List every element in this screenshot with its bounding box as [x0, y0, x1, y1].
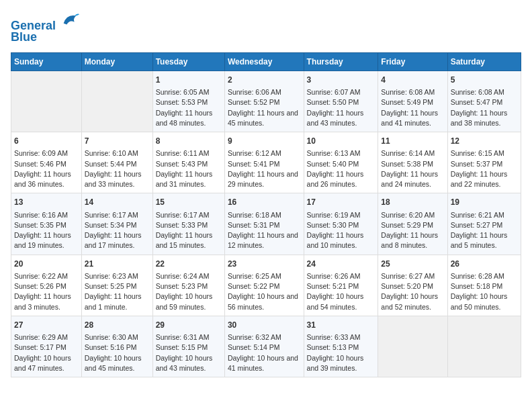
day-cell: 5Sunrise: 6:08 AMSunset: 5:47 PMDaylight… [447, 71, 521, 132]
day-number: 9 [228, 136, 301, 147]
header-row: SundayMondayTuesdayWednesdayThursdayFrid… [11, 52, 521, 71]
day-info: Sunset: 5:18 PM [451, 281, 518, 291]
day-cell: 23Sunrise: 6:25 AMSunset: 5:22 PMDayligh… [224, 255, 304, 316]
day-info: Sunrise: 6:05 AM [156, 87, 222, 97]
day-info: Daylight: 11 hours and 17 minutes. [85, 230, 150, 250]
day-info: Daylight: 10 hours and 45 minutes. [85, 353, 150, 373]
day-info: Sunset: 5:25 PM [85, 281, 150, 291]
day-info: Sunset: 5:13 PM [307, 342, 375, 353]
day-cell: 8Sunrise: 6:11 AMSunset: 5:43 PMDaylight… [152, 132, 224, 193]
day-info: Daylight: 10 hours and 50 minutes. [451, 291, 518, 312]
day-number: 15 [156, 197, 222, 208]
day-number: 4 [381, 75, 444, 86]
day-info: Daylight: 11 hours and 12 minutes. [228, 230, 301, 250]
day-info: Sunset: 5:49 PM [381, 97, 444, 107]
day-number: 10 [307, 136, 375, 147]
day-cell: 7Sunrise: 6:10 AMSunset: 5:44 PMDaylight… [81, 132, 152, 193]
day-number: 11 [381, 136, 444, 147]
day-info: Sunrise: 6:06 AM [228, 87, 301, 97]
day-cell: 1Sunrise: 6:05 AMSunset: 5:53 PMDaylight… [152, 71, 224, 132]
day-number: 18 [381, 197, 444, 208]
day-info: Sunrise: 6:07 AM [307, 87, 375, 97]
day-cell: 14Sunrise: 6:17 AMSunset: 5:34 PMDayligh… [81, 193, 152, 255]
day-info: Daylight: 11 hours and 41 minutes. [381, 108, 444, 128]
day-info: Sunset: 5:27 PM [451, 220, 518, 230]
day-number: 28 [85, 320, 150, 331]
day-cell [11, 71, 82, 132]
day-number: 29 [156, 320, 222, 331]
day-info: Daylight: 11 hours and 22 minutes. [451, 169, 518, 189]
day-info: Daylight: 10 hours and 59 minutes. [156, 291, 222, 312]
day-info: Sunset: 5:52 PM [228, 97, 301, 107]
day-info: Daylight: 10 hours and 56 minutes. [228, 291, 301, 312]
day-cell: 20Sunrise: 6:22 AMSunset: 5:26 PMDayligh… [11, 255, 82, 316]
day-cell: 17Sunrise: 6:19 AMSunset: 5:30 PMDayligh… [304, 193, 378, 255]
day-cell: 2Sunrise: 6:06 AMSunset: 5:52 PMDaylight… [224, 71, 304, 132]
day-cell [81, 71, 152, 132]
day-cell: 31Sunrise: 6:33 AMSunset: 5:13 PMDayligh… [304, 316, 378, 377]
day-info: Sunset: 5:53 PM [156, 97, 222, 107]
day-info: Daylight: 10 hours and 39 minutes. [307, 353, 375, 373]
day-info: Sunrise: 6:09 AM [14, 148, 79, 158]
day-number: 19 [451, 197, 518, 208]
day-number: 17 [307, 197, 375, 208]
day-number: 21 [85, 259, 150, 270]
day-info: Sunset: 5:46 PM [14, 159, 79, 169]
day-info: Sunrise: 6:18 AM [228, 210, 301, 220]
day-info: Sunset: 5:37 PM [451, 159, 518, 169]
day-info: Daylight: 11 hours and 31 minutes. [156, 169, 222, 189]
day-info: Sunrise: 6:22 AM [14, 271, 79, 281]
week-row-4: 20Sunrise: 6:22 AMSunset: 5:26 PMDayligh… [11, 255, 521, 316]
logo: General Blue [11, 11, 79, 44]
day-cell: 24Sunrise: 6:26 AMSunset: 5:21 PMDayligh… [304, 255, 378, 316]
day-info: Daylight: 11 hours and 48 minutes. [156, 108, 222, 128]
week-row-1: 1Sunrise: 6:05 AMSunset: 5:53 PMDaylight… [11, 71, 521, 132]
day-info: Sunrise: 6:15 AM [451, 148, 518, 158]
day-number: 22 [156, 259, 222, 270]
day-info: Sunset: 5:17 PM [14, 342, 79, 353]
day-number: 2 [228, 75, 301, 86]
day-info: Daylight: 11 hours and 38 minutes. [451, 108, 518, 128]
day-cell: 19Sunrise: 6:21 AMSunset: 5:27 PMDayligh… [447, 193, 521, 255]
col-header-tuesday: Tuesday [152, 52, 224, 71]
day-info: Daylight: 11 hours and 8 minutes. [381, 230, 444, 250]
day-info: Daylight: 10 hours and 54 minutes. [307, 291, 375, 312]
day-info: Sunrise: 6:33 AM [307, 332, 375, 342]
day-number: 13 [14, 197, 79, 208]
day-info: Sunrise: 6:10 AM [85, 148, 150, 158]
day-info: Sunrise: 6:12 AM [228, 148, 301, 158]
day-info: Daylight: 11 hours and 15 minutes. [156, 230, 222, 250]
day-info: Daylight: 10 hours and 47 minutes. [14, 353, 79, 373]
day-info: Sunrise: 6:11 AM [156, 148, 222, 158]
day-info: Sunrise: 6:23 AM [85, 271, 150, 281]
day-info: Sunset: 5:16 PM [85, 342, 150, 353]
day-number: 24 [307, 259, 375, 270]
day-number: 30 [228, 320, 301, 331]
day-number: 31 [307, 320, 375, 331]
day-info: Daylight: 11 hours and 10 minutes. [307, 230, 375, 250]
day-cell: 22Sunrise: 6:24 AMSunset: 5:23 PMDayligh… [152, 255, 224, 316]
day-info: Sunrise: 6:17 AM [85, 210, 150, 220]
day-info: Daylight: 11 hours and 26 minutes. [307, 169, 375, 189]
day-info: Sunrise: 6:19 AM [307, 210, 375, 220]
day-cell: 15Sunrise: 6:17 AMSunset: 5:33 PMDayligh… [152, 193, 224, 255]
day-number: 12 [451, 136, 518, 147]
day-info: Daylight: 10 hours and 52 minutes. [381, 291, 444, 312]
logo-bird-icon [60, 11, 79, 30]
week-row-2: 6Sunrise: 6:09 AMSunset: 5:46 PMDaylight… [11, 132, 521, 193]
day-number: 23 [228, 259, 301, 270]
day-info: Sunrise: 6:25 AM [228, 271, 301, 281]
day-info: Sunrise: 6:30 AM [85, 332, 150, 342]
calendar-table: SundayMondayTuesdayWednesdayThursdayFrid… [11, 52, 521, 377]
day-info: Sunset: 5:26 PM [14, 281, 79, 291]
day-info: Sunset: 5:43 PM [156, 159, 222, 169]
col-header-thursday: Thursday [304, 52, 378, 71]
day-info: Sunrise: 6:29 AM [14, 332, 79, 342]
day-cell: 29Sunrise: 6:31 AMSunset: 5:15 PMDayligh… [152, 316, 224, 377]
day-info: Sunset: 5:40 PM [307, 159, 375, 169]
day-info: Daylight: 11 hours and 43 minutes. [307, 108, 375, 128]
day-info: Sunset: 5:35 PM [14, 220, 79, 230]
day-number: 16 [228, 197, 301, 208]
day-info: Sunrise: 6:14 AM [381, 148, 444, 158]
day-number: 25 [381, 259, 444, 270]
